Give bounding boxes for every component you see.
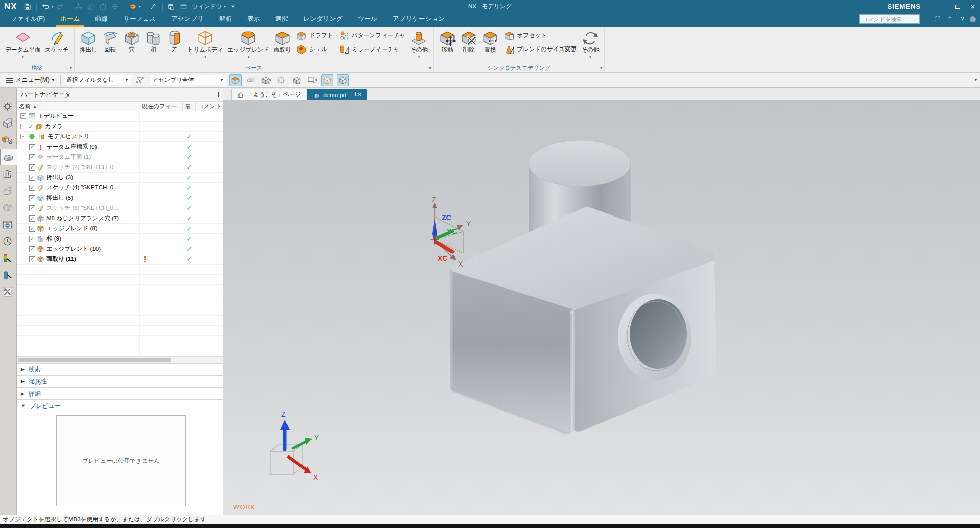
- delete-face-button[interactable]: 削除: [458, 28, 480, 54]
- process-studio-tab[interactable]: [0, 267, 15, 283]
- tree-row-7[interactable]: ✓スケッチ (4) "SKETCH_0...✓: [17, 183, 223, 193]
- cascade-windows-button[interactable]: [166, 2, 177, 11]
- sketch-button[interactable]: スケッチ: [43, 28, 71, 54]
- feature-checkbox[interactable]: ✓: [29, 185, 35, 191]
- customize-qat-button[interactable]: [228, 2, 238, 11]
- roles-tools-tab[interactable]: [0, 283, 15, 300]
- feature-checkbox[interactable]: ✓: [29, 236, 35, 242]
- visual-reports-tab[interactable]: [0, 250, 15, 267]
- point-on-face-button[interactable]: [275, 74, 288, 86]
- extrude-button[interactable]: 押出し: [78, 28, 100, 54]
- resource-bar-menu[interactable]: ≡: [7, 89, 10, 98]
- tree-row-3[interactable]: ✓データム座標系 (0)✓: [17, 142, 223, 152]
- menu-tab-4[interactable]: アセンブリ: [163, 12, 211, 27]
- selection-filter-dropdown[interactable]: 選択フィルタなし▼: [64, 75, 131, 85]
- hole-button[interactable]: 穴: [121, 28, 142, 54]
- feature-checkbox[interactable]: ✓: [29, 154, 35, 160]
- feature-checkbox[interactable]: ✓: [29, 205, 35, 211]
- group-launcher[interactable]: ▾: [70, 66, 72, 70]
- replace-face-button[interactable]: 置換: [480, 28, 501, 54]
- feature-checkbox[interactable]: ✓: [29, 144, 35, 150]
- tree-row-14[interactable]: ✓面取り (11)✓: [17, 254, 223, 265]
- tree-row-0[interactable]: +モデルビュー: [17, 111, 223, 122]
- feature-checkbox[interactable]: ✓: [29, 195, 35, 201]
- info-tab[interactable]: i: [0, 199, 15, 216]
- column-current-feature[interactable]: 現在のフィー...: [139, 102, 183, 111]
- menu-tab-1[interactable]: ホーム: [53, 12, 87, 27]
- section-details[interactable]: ▶詳細: [17, 387, 223, 399]
- close-button[interactable]: ×: [966, 1, 980, 12]
- tree-row-5[interactable]: ✓スケッチ (2) "SKETCH_0...✓: [17, 162, 223, 173]
- subtract-button[interactable]: 差: [164, 28, 185, 54]
- cube-snap-button[interactable]: [291, 74, 303, 86]
- minimize-button[interactable]: ─: [935, 1, 949, 12]
- mirror-feature-button[interactable]: ミラーフィーチャ: [337, 43, 407, 56]
- undock-panel-button[interactable]: [213, 92, 219, 97]
- interpart-link-button[interactable]: [245, 74, 257, 86]
- restore-button[interactable]: [950, 1, 965, 12]
- copy-button[interactable]: [85, 2, 95, 11]
- shaded-view-button[interactable]: [321, 74, 333, 86]
- trim-body-button[interactable]: トリムボディ▾: [185, 28, 226, 61]
- help-icon[interactable]: ?: [958, 15, 967, 23]
- new-window-button[interactable]: [179, 2, 189, 11]
- demo-prt-tab[interactable]: demo.prt ✕: [307, 89, 367, 100]
- feature-checkbox[interactable]: ✓: [29, 246, 35, 252]
- move-object-button[interactable]: [110, 2, 120, 11]
- filter-reset-button[interactable]: [134, 74, 147, 86]
- offset-region-button[interactable]: オフセット: [502, 29, 578, 42]
- snap-point-button[interactable]: ▾: [260, 74, 272, 86]
- tree-row-6[interactable]: ✓押出し (3)✓: [17, 173, 223, 183]
- minimize-ribbon-icon[interactable]: ⌃: [945, 15, 954, 23]
- hd3d-tools-tab[interactable]: [0, 182, 15, 199]
- menu-tab-0[interactable]: ファイル(F): [3, 12, 53, 27]
- through-hole[interactable]: [618, 294, 691, 380]
- plane-snap-button[interactable]: ▾: [306, 74, 318, 86]
- part-navigator-tab[interactable]: [0, 149, 17, 165]
- group-launcher[interactable]: ▾: [600, 66, 602, 70]
- tree-row-8[interactable]: ✓押出し (5)✓: [17, 193, 223, 203]
- undo-dropdown[interactable]: ▾: [52, 5, 54, 9]
- highlight-body-button[interactable]: [229, 74, 242, 86]
- tree-row-1[interactable]: +✓カメラ: [17, 122, 223, 132]
- menu-tab-6[interactable]: 表示: [240, 12, 268, 27]
- delete-tool-dropdown[interactable]: ▾: [139, 5, 141, 9]
- menu-tab-5[interactable]: 解析: [211, 12, 240, 27]
- undo-button[interactable]: [40, 2, 51, 11]
- menu-tab-3[interactable]: サーフェス: [115, 12, 163, 27]
- menu-tab-10[interactable]: アプリケーション: [385, 12, 452, 27]
- menu-tab-2[interactable]: 曲線: [87, 12, 115, 27]
- revolve-button[interactable]: 回転: [100, 28, 121, 54]
- tree-row-4[interactable]: ✓データム平面 (1)✓: [17, 152, 223, 162]
- tree-row-12[interactable]: ✓和 (9)✓: [17, 234, 223, 244]
- menu-button[interactable]: メニュー(M)▾: [3, 74, 57, 86]
- delete-tool-button[interactable]: [128, 2, 138, 11]
- redo-button[interactable]: [55, 2, 65, 11]
- move-face-button[interactable]: 移動: [437, 28, 458, 54]
- history-tab[interactable]: [0, 233, 15, 250]
- repeat-command-button[interactable]: [73, 2, 83, 11]
- column-latest[interactable]: 最: [183, 102, 196, 111]
- paste-button[interactable]: [98, 2, 108, 11]
- menu-tab-8[interactable]: レンダリング: [296, 12, 350, 27]
- group-launcher[interactable]: ▾: [429, 66, 431, 70]
- 3d-model[interactable]: Z Y X ZC YC XC: [223, 100, 980, 515]
- unite-button[interactable]: 和: [142, 28, 164, 54]
- tree-expander[interactable]: +: [20, 113, 26, 119]
- save-button[interactable]: [22, 2, 33, 11]
- tree-expander[interactable]: -: [20, 134, 26, 139]
- selection-scope-dropdown[interactable]: アセンブリ全体▼: [150, 75, 226, 85]
- reuse-library-tab[interactable]: [0, 165, 15, 182]
- column-name[interactable]: 名前▲: [17, 102, 139, 111]
- tree-row-13[interactable]: ✓エッジブレンド (10)✓: [17, 244, 223, 254]
- tree-row-11[interactable]: ✓エッジブレンド (8)✓: [17, 224, 223, 234]
- shaded-edges-view-button[interactable]: [337, 74, 349, 86]
- shell-button[interactable]: シェル: [294, 43, 334, 56]
- user-avatar[interactable]: [970, 16, 976, 22]
- feature-checkbox[interactable]: ✓: [29, 215, 35, 222]
- tab-close-icon[interactable]: ✕: [357, 92, 362, 98]
- sync-more-button[interactable]: その他▾: [579, 28, 601, 61]
- pattern-feature-button[interactable]: パターンフィーチャ: [337, 29, 407, 42]
- column-comment[interactable]: コメント: [196, 102, 223, 111]
- feature-checkbox[interactable]: ✓: [29, 256, 35, 262]
